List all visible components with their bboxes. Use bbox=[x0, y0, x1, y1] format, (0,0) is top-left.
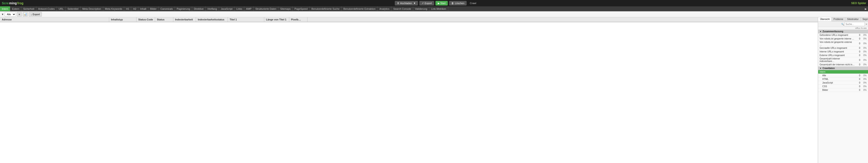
delete-icon: 🗑 bbox=[452, 2, 454, 5]
export-button[interactable]: ↗ Export bbox=[419, 1, 434, 5]
nav-item-inhalt[interactable]: Inhalt bbox=[138, 6, 148, 11]
nav-item-meta-keywords[interactable]: Meta Keywords bbox=[103, 6, 124, 11]
nav-item-benutzerdefinierte-suche[interactable]: Benutzerdefinierte Suche bbox=[310, 6, 342, 11]
row-crawl-css[interactable]: CSS 0 0% bbox=[818, 85, 868, 88]
row-crawl-alle[interactable]: Alle 0 0% bbox=[818, 74, 868, 77]
nav-item-search-console[interactable]: Search Console bbox=[391, 6, 413, 11]
row-gefundene-urls[interactable]: Gefundene URLs insgesamt 0 0% bbox=[818, 33, 868, 37]
upload-button[interactable]: ⬆ Hochladen ▼ bbox=[395, 1, 418, 5]
nav-bar: Intern Extern Sicherheit Antwort-Codes U… bbox=[0, 6, 868, 11]
start-button[interactable]: ▶ Start bbox=[435, 1, 448, 5]
th-indexierbarkeitsstatus[interactable]: Indexierbarkeitsstatus bbox=[196, 17, 228, 22]
upload-chevron: ▼ bbox=[413, 2, 416, 5]
nav-item-seitentitel[interactable]: Seitentitel bbox=[66, 6, 81, 11]
nav-item-analytics[interactable]: Analytics bbox=[377, 6, 391, 11]
col-urls-label: URLs bbox=[855, 27, 860, 29]
section-zusammenfassung-header[interactable]: ▼ Zusammenfassung bbox=[818, 30, 868, 33]
nav-item-extern[interactable]: Extern bbox=[10, 6, 21, 11]
right-search-input[interactable] bbox=[844, 22, 865, 26]
nav-item-direktive[interactable]: Direktive bbox=[192, 6, 206, 11]
th-status-code[interactable]: Status-Code bbox=[136, 17, 155, 22]
export-down-icon: ↓ bbox=[31, 13, 32, 16]
main: Adresse Inhaltstyp Status-Code Status In… bbox=[0, 17, 868, 163]
section-zusammenfassung: ▼ Zusammenfassung Gefundene URLs insgesa… bbox=[818, 30, 868, 67]
nav-item-links[interactable]: Links bbox=[235, 6, 244, 11]
right-col-headers: URLs % von bbox=[818, 27, 868, 30]
row-externe-urls[interactable]: Externe URLs insgesamt 0 0% bbox=[818, 53, 868, 57]
nav-item-amp[interactable]: AMP bbox=[244, 6, 253, 11]
nav-item-antwort-codes[interactable]: Antwort-Codes bbox=[36, 6, 57, 11]
table-headers: Adresse Inhaltstyp Status-Code Status In… bbox=[0, 17, 818, 22]
filter-label: ▼ bbox=[1, 13, 4, 16]
nav-item-strukturierte-daten[interactable]: Strukturierte Daten bbox=[253, 6, 278, 11]
toolbar-export-button[interactable]: ↓ Export bbox=[29, 12, 42, 16]
nav-item-paginierung[interactable]: Paginierung bbox=[175, 6, 192, 11]
section-crawldaten-label: Crawldaten bbox=[823, 67, 835, 70]
row-crawl-javascript[interactable]: JavaScript 0 0% bbox=[818, 81, 868, 85]
section-zusammenfassung-label: Zusammenfassung bbox=[823, 30, 843, 33]
nav-more-arrow[interactable]: ▶ bbox=[864, 6, 868, 11]
upload-icon: ⬆ bbox=[397, 2, 399, 5]
nav-item-sicherheit[interactable]: Sicherheit bbox=[21, 6, 36, 11]
row-robots-intern[interactable]: Von robots.txt gesperrte interne … 0 0% bbox=[818, 37, 868, 41]
row-gecrawlte-urls[interactable]: Gecrawlte URLs insgesamt 0 0% bbox=[818, 46, 868, 50]
table-body bbox=[0, 22, 818, 68]
nav-item-bilder[interactable]: Bilder bbox=[148, 6, 158, 11]
nav-item-sitemaps[interactable]: Sitemaps bbox=[278, 6, 293, 11]
nav-item-hreflang[interactable]: Hreflang bbox=[206, 6, 219, 11]
th-indexierbarkeit[interactable]: Indexierbarkeit bbox=[173, 17, 196, 22]
right-panel: Übersicht Probleme Sitestruktur Segmente… bbox=[818, 17, 868, 163]
logo-frog: frog bbox=[17, 1, 24, 5]
section-crawldaten-header[interactable]: ▼ Crawldaten bbox=[818, 67, 868, 70]
search-icon: 🔍 bbox=[841, 23, 844, 26]
th-status[interactable]: Status bbox=[155, 17, 173, 22]
nav-item-h2[interactable]: H2 bbox=[131, 6, 138, 11]
tab-uebersicht[interactable]: Übersicht bbox=[818, 17, 832, 21]
nav-item-h1[interactable]: H1 bbox=[124, 6, 131, 11]
list-view-button[interactable]: ≡ bbox=[17, 12, 22, 16]
tab-probleme[interactable]: Probleme bbox=[832, 17, 845, 21]
row-interne-urls[interactable]: Interne URLs insgesamt 0 0% bbox=[818, 50, 868, 53]
row-crawl-intern[interactable]: Intern bbox=[818, 70, 868, 74]
tab-sitestruktur[interactable]: Sitestruktur bbox=[845, 17, 861, 21]
toolbar: ▼ Alle ≡ 📊 ↓ Export bbox=[0, 11, 868, 17]
delete-button[interactable]: 🗑 Löschen bbox=[449, 1, 467, 5]
col-pct-label: % von bbox=[860, 27, 867, 29]
right-list-icon[interactable]: ≡ bbox=[866, 23, 867, 26]
logo-scre: Scre bbox=[2, 1, 9, 5]
top-bar: Scremingfrog ⬆ Hochladen ▼ ↗ Export ▶ St… bbox=[0, 0, 868, 6]
right-tabs: Übersicht Probleme Sitestruktur Segmente… bbox=[818, 17, 868, 22]
filter-select[interactable]: Alle bbox=[5, 12, 16, 16]
nav-item-url[interactable]: URL bbox=[57, 6, 66, 11]
nav-item-pagespeed[interactable]: PageSpeed bbox=[293, 6, 310, 11]
row-nicht-indexierbare[interactable]: Gesamtzahl der internen nicht in… 0 0% bbox=[818, 63, 868, 67]
nav-item-intern[interactable]: Intern bbox=[0, 6, 10, 11]
section-crawldaten: ▼ Crawldaten Intern Alle 0 0% HTML 0 0% … bbox=[818, 67, 868, 92]
row-robots-extern[interactable]: Von robots.txt gesperrte externe … 0 0% bbox=[818, 41, 868, 46]
th-laenge[interactable]: Länge von Titel 1 bbox=[264, 17, 289, 22]
row-crawl-html[interactable]: HTML 0 0% bbox=[818, 77, 868, 81]
row-indexierbare[interactable]: Gesamtzahl interner indexierbare… 0 0% bbox=[818, 57, 868, 63]
nav-item-meta-description[interactable]: Meta Description bbox=[81, 6, 103, 11]
tab-segmente[interactable]: Segmente bbox=[861, 17, 868, 21]
nav-item-benutzerdefinierte-extraktion[interactable]: Benutzerdefinierte Extraktion bbox=[342, 6, 377, 11]
right-toolbar: 🔍 ≡ bbox=[818, 22, 868, 27]
logo-ming: ming bbox=[9, 1, 17, 5]
th-titel1[interactable]: Titel 1 bbox=[228, 17, 264, 22]
nav-item-link-metriken[interactable]: Link-Metriken bbox=[429, 6, 448, 11]
crawl-label: Crawl bbox=[470, 2, 476, 5]
th-inhaltstyp[interactable]: Inhaltstyp bbox=[109, 17, 136, 22]
nav-item-validierung[interactable]: Validierung bbox=[413, 6, 429, 11]
seo-spider-label: SEO Spider bbox=[851, 2, 866, 5]
th-pixel[interactable]: Pixelb… bbox=[289, 17, 307, 22]
table-area[interactable]: Adresse Inhaltstyp Status-Code Status In… bbox=[0, 17, 818, 163]
row-crawl-bilder[interactable]: Bilder 0 0% bbox=[818, 88, 868, 92]
nav-item-canonicals[interactable]: Canonicals bbox=[158, 6, 175, 11]
nav-item-javascript[interactable]: JavaScript bbox=[219, 6, 235, 11]
chart-view-button[interactable]: 📊 bbox=[23, 12, 28, 16]
th-adresse[interactable]: Adresse bbox=[0, 17, 109, 22]
section-crawldaten-arrow: ▼ bbox=[819, 67, 822, 70]
export-icon: ↗ bbox=[422, 2, 424, 5]
section-zusammenfassung-arrow: ▼ bbox=[819, 31, 822, 33]
logo: Scremingfrog bbox=[2, 1, 24, 5]
